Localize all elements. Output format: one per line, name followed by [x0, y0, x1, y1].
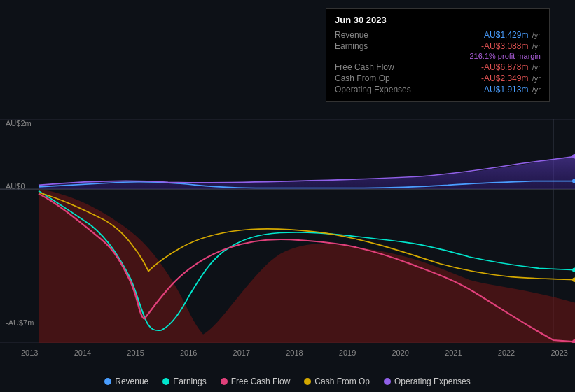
legend-label-opex: Operating Expenses: [394, 377, 471, 386]
tooltip-margin: -216.1% profit margin: [335, 52, 541, 62]
tooltip-row-earnings: Earnings -AU$3.088m /yr: [335, 41, 541, 52]
tooltip-title: Jun 30 2023: [335, 15, 541, 25]
tooltip-row-fcf: Free Cash Flow -AU$6.878m /yr: [335, 62, 541, 73]
tooltip-value-cfo: -AU$2.349m /yr: [476, 74, 541, 83]
tooltip-value-fcf: -AU$6.878m /yr: [476, 62, 541, 72]
tooltip-value-earnings: -AU$3.088m /yr: [476, 41, 541, 51]
data-tooltip: Jun 30 2023 Revenue AU$1.429m /yr Earnin…: [326, 8, 550, 102]
tooltip-label-earnings: Earnings: [335, 41, 368, 51]
x-label-2019: 2019: [339, 349, 356, 357]
negative-fill: [39, 189, 575, 343]
legend-fcf[interactable]: Free Cash Flow: [221, 377, 291, 386]
chart-legend: Revenue Earnings Free Cash Flow Cash Fro…: [0, 377, 575, 386]
x-label-2013: 2013: [21, 349, 38, 357]
tooltip-label-revenue: Revenue: [335, 30, 368, 40]
tooltip-label-opex: Operating Expenses: [335, 85, 411, 94]
legend-earnings[interactable]: Earnings: [162, 377, 206, 386]
legend-opex[interactable]: Operating Expenses: [384, 377, 471, 386]
legend-label-fcf: Free Cash Flow: [231, 377, 291, 386]
legend-label-revenue: Revenue: [115, 377, 148, 386]
x-label-2022: 2022: [498, 349, 515, 357]
x-axis: 2013 2014 2015 2016 2017 2018 2019 2020 …: [21, 349, 568, 357]
tooltip-row-opex: Operating Expenses AU$1.913m /yr: [335, 84, 541, 95]
chart-svg: [0, 119, 575, 343]
legend-cfo[interactable]: Cash From Op: [304, 377, 370, 386]
legend-revenue[interactable]: Revenue: [104, 377, 148, 386]
earnings-dot: [572, 268, 575, 273]
x-label-2023: 2023: [550, 349, 567, 357]
tooltip-value-revenue: AU$1.429m /yr: [478, 30, 541, 40]
x-label-2015: 2015: [127, 349, 144, 357]
legend-dot-fcf: [221, 378, 228, 385]
tooltip-row-revenue: Revenue AU$1.429m /yr: [335, 29, 541, 41]
x-label-2014: 2014: [74, 349, 91, 357]
x-label-2021: 2021: [445, 349, 462, 357]
tooltip-value-opex: AU$1.913m /yr: [478, 85, 541, 94]
legend-label-earnings: Earnings: [173, 377, 206, 386]
x-label-2018: 2018: [286, 349, 303, 357]
opex-fill: [39, 156, 575, 189]
legend-dot-earnings: [162, 378, 169, 385]
x-label-2017: 2017: [233, 349, 250, 357]
legend-dot-opex: [384, 378, 391, 385]
legend-dot-revenue: [104, 378, 111, 385]
tooltip-label-cfo: Cash From Op: [335, 74, 390, 83]
legend-label-cfo: Cash From Op: [314, 377, 370, 386]
legend-dot-cfo: [304, 378, 311, 385]
x-label-2016: 2016: [180, 349, 197, 357]
cfo-dot: [572, 277, 575, 282]
x-label-2020: 2020: [392, 349, 408, 357]
tooltip-row-cfo: Cash From Op -AU$2.349m /yr: [335, 73, 541, 84]
tooltip-label-fcf: Free Cash Flow: [335, 62, 394, 72]
